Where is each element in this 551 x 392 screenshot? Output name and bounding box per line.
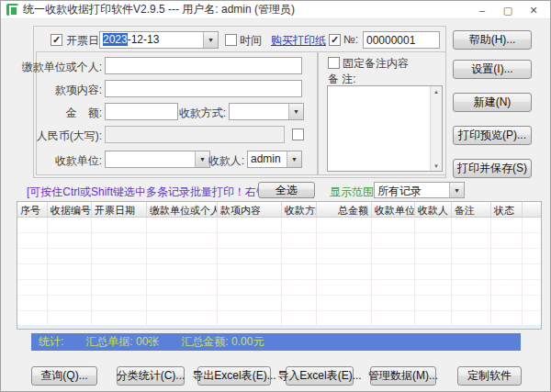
content-input[interactable] xyxy=(105,80,302,97)
query-button[interactable]: 查询(Q)... xyxy=(31,366,97,386)
import-excel-button[interactable]: 导入Excel表(E)... xyxy=(286,366,354,386)
maximize-icon[interactable]: ▢ xyxy=(495,2,521,18)
help-button[interactable]: 帮助(H)... xyxy=(453,30,532,50)
new-button[interactable]: 新建(N) xyxy=(453,93,532,112)
category-stats-button[interactable]: 分类统计(C)... xyxy=(117,366,185,386)
export-excel-button[interactable]: 导出Excel表(E)... xyxy=(197,366,271,386)
check-icon: ✓ xyxy=(331,34,339,45)
table-header-row: 序号 收据编号 开票日期 缴款单位或个人 款项内容 收款方式 总金额 收款单位 … xyxy=(17,202,541,218)
col-header-date[interactable]: 开票日期 xyxy=(92,202,147,217)
print-save-button[interactable]: 打印并保存(S) xyxy=(453,159,532,178)
scroll-down-icon[interactable]: ▼ xyxy=(431,161,442,171)
col-header-method[interactable]: 收款方式 xyxy=(282,202,317,217)
display-range-value: 所有记录 xyxy=(377,185,422,197)
main-area: ✓ 开票日期: 2023-12-13 ▼ 时间 购买打印纸 ✓ №: 缴款单位或… xyxy=(1,19,550,391)
receipt-no-label: №: xyxy=(343,33,358,46)
payer-input[interactable] xyxy=(105,57,302,74)
stats-prefix: 统计: xyxy=(39,334,63,350)
col-header-content[interactable]: 款项内容 xyxy=(218,202,282,217)
invoice-date-checkbox[interactable]: ✓ xyxy=(51,34,62,46)
col-header-index[interactable]: 序号 xyxy=(17,202,48,217)
receipt-no-checkbox[interactable]: ✓ xyxy=(329,34,341,46)
col-header-payer[interactable]: 缴款单位或个人 xyxy=(147,202,218,217)
display-range-combobox[interactable]: 所有记录 ▼ xyxy=(374,182,465,198)
fixed-remark-checkbox[interactable] xyxy=(328,57,340,69)
close-icon[interactable]: ✕ xyxy=(521,2,546,18)
content-label: 款项内容: xyxy=(10,83,102,98)
window-controls: – ▢ ✕ xyxy=(469,1,546,19)
method-combobox[interactable]: ▼ xyxy=(229,103,304,120)
app-window: 统一收款收据打印软件V2.9.5 --- 用户名: admin (管理员) – … xyxy=(0,0,551,392)
select-all-button[interactable]: 全选 xyxy=(258,182,315,198)
col-header-receipt-no[interactable]: 收据编号 xyxy=(48,202,92,217)
remark-scrollbar[interactable]: ▲ ▼ xyxy=(430,86,442,171)
check-icon: ✓ xyxy=(52,34,61,45)
payee-label: 收款人: xyxy=(175,153,244,169)
records-table: 序号 收据编号 开票日期 缴款单位或个人 款项内容 收款方式 总金额 收款单位 … xyxy=(17,201,542,330)
scroll-up-icon[interactable]: ▲ xyxy=(431,86,442,96)
rmb-caps-input xyxy=(105,126,285,143)
stats-total-docs: 汇总单据: 00张 xyxy=(85,334,159,350)
remark-textarea[interactable]: ▲ ▼ xyxy=(327,85,443,172)
col-header-filler xyxy=(523,202,541,217)
chevron-down-icon[interactable]: ▼ xyxy=(288,104,303,119)
display-range-label: 显示范围: xyxy=(330,185,377,200)
time-checkbox-label: 时间 xyxy=(240,33,262,49)
app-icon xyxy=(6,4,18,16)
col-header-status[interactable]: 状态 xyxy=(491,202,523,217)
payee-value: admin xyxy=(251,152,281,165)
payer-label: 缴款单位或个人: xyxy=(10,60,102,75)
table-body[interactable] xyxy=(17,218,541,329)
minimize-icon[interactable]: – xyxy=(469,2,495,18)
stats-total-amount: 汇总金额: 0.00元 xyxy=(181,334,264,350)
col-header-payee[interactable]: 收款人 xyxy=(415,202,452,217)
table-bottom-strip xyxy=(17,325,541,329)
window-title: 统一收款收据打印软件V2.9.5 --- 用户名: admin (管理员) xyxy=(23,2,295,17)
custom-software-button[interactable]: 定制软件 xyxy=(457,366,522,386)
time-checkbox[interactable] xyxy=(225,34,237,46)
col-header-amount[interactable]: 总金额 xyxy=(317,202,372,217)
col-header-unit[interactable]: 收款单位 xyxy=(372,202,415,217)
fixed-remark-label: 固定备注内容 xyxy=(343,56,409,72)
rmb-auto-checkbox[interactable] xyxy=(292,129,304,140)
title-bar: 统一收款收据打印软件V2.9.5 --- 用户名: admin (管理员) – … xyxy=(1,1,550,19)
chevron-down-icon[interactable]: ▼ xyxy=(203,32,218,48)
unit-label: 收款单位: xyxy=(10,153,102,169)
payee-combobox[interactable]: admin ▼ xyxy=(247,151,302,168)
statistics-bar: 统计: 汇总单据: 00张 汇总金额: 0.00元 xyxy=(31,333,521,351)
chevron-down-icon[interactable]: ▼ xyxy=(287,151,301,167)
settings-button[interactable]: 设置(I)... xyxy=(453,60,532,79)
rmb-caps-label: 人民币(大写): xyxy=(10,129,102,144)
invoice-date-combobox[interactable]: 2023-12-13 ▼ xyxy=(99,31,219,49)
chevron-down-icon[interactable]: ▼ xyxy=(449,183,464,197)
table-grid-lines xyxy=(17,218,541,329)
receipt-no-input[interactable] xyxy=(363,31,440,49)
method-label: 收款方式: xyxy=(152,106,226,121)
manage-data-button[interactable]: 管理数据(M)... xyxy=(370,366,436,386)
date-rest-part: -12-13 xyxy=(128,33,160,46)
amount-label: 金 额: xyxy=(10,106,102,121)
print-preview-button[interactable]: 打印预览(P)... xyxy=(453,126,532,145)
buy-paper-link[interactable]: 购买打印纸 xyxy=(271,33,326,49)
col-header-remark[interactable]: 备注 xyxy=(452,202,491,217)
date-selected-part: 2023 xyxy=(103,33,128,46)
